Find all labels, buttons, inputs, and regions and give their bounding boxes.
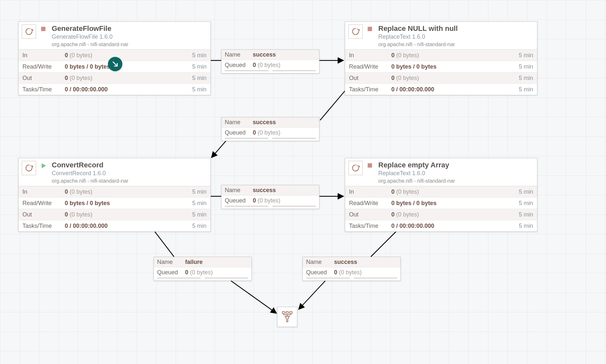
stat-label: In <box>349 52 391 59</box>
stat-label: In <box>349 188 391 195</box>
stat-value: 0 / 00:00:00.000 <box>391 223 519 229</box>
stat-label: Out <box>22 211 65 218</box>
stat-window: 5 min <box>192 211 207 218</box>
stat-window: 5 min <box>192 200 207 207</box>
funnel[interactable] <box>277 307 297 327</box>
connection-c0[interactable]: NamesuccessQueued0 (0 bytes) <box>221 49 319 73</box>
stat-label: Read/Write <box>349 200 391 207</box>
flow-canvas[interactable]: GenerateFlowFileGenerateFlowFile 1.6.0or… <box>0 0 606 364</box>
processor-bundle: org.apache.nifi - nifi-standard-nar <box>378 178 455 184</box>
stat-value: 0 bytes / 0 bytes <box>65 63 192 70</box>
stat-label: Read/Write <box>349 63 391 70</box>
svg-line-6 <box>153 229 174 257</box>
stat-window: 5 min <box>192 52 207 59</box>
processor-name: GenerateFlowFile <box>52 24 128 33</box>
stat-window: 5 min <box>519 75 533 82</box>
conn-name: success <box>334 259 357 266</box>
svg-rect-10 <box>41 27 45 31</box>
stat-value: 0 (0 bytes) <box>65 52 192 59</box>
backpressure-bar <box>303 278 400 280</box>
stat-value: 0 (0 bytes) <box>391 211 519 218</box>
stat-label: Tasks/Time <box>349 223 391 229</box>
processor-name: Replace NULL with null <box>378 24 458 33</box>
stat-value: 0 (0 bytes) <box>391 52 519 59</box>
svg-line-3 <box>211 140 226 158</box>
stat-window: 5 min <box>519 200 533 207</box>
stat-window: 5 min <box>519 211 533 218</box>
stat-label: Out <box>349 75 391 82</box>
processor-name: ConvertRecord <box>52 161 128 169</box>
processor-type: GenerateFlowFile 1.6.0 <box>52 33 128 41</box>
conn-name: success <box>253 51 276 58</box>
processor-type: ConvertRecord 1.6.0 <box>52 170 128 177</box>
stat-label: In <box>22 188 65 195</box>
processor-bundle: org.apache.nifi - nifi-standard-nar <box>52 41 128 47</box>
svg-line-8 <box>371 229 398 257</box>
processor-stats: In0 (0 bytes)5 minRead/Write0 bytes / 0 … <box>19 49 210 95</box>
conn-name-label: Name <box>225 187 253 194</box>
processor-stats: In0 (0 bytes)5 minRead/Write0 bytes / 0 … <box>345 49 537 95</box>
stat-value: 0 (0 bytes) <box>65 75 192 82</box>
processor-type: ReplaceText 1.6.0 <box>378 170 455 177</box>
conn-queued: 0 (0 bytes) <box>334 269 362 276</box>
stat-window: 5 min <box>192 75 207 82</box>
connection-c2[interactable]: NamesuccessQueued0 (0 bytes) <box>221 185 319 209</box>
processor-p3[interactable]: Replace empty ArrayReplaceText 1.6.0org.… <box>345 158 537 232</box>
svg-rect-12 <box>368 163 372 167</box>
conn-queued: 0 (0 bytes) <box>253 129 280 136</box>
conn-name-label: Name <box>157 259 185 266</box>
conn-name-label: Name <box>306 259 334 266</box>
stat-label: Tasks/Time <box>349 86 391 93</box>
processor-p2[interactable]: ConvertRecordConvertRecord 1.6.0org.apac… <box>18 158 211 232</box>
processor-stats: In0 (0 bytes)5 minRead/Write0 bytes / 0 … <box>19 186 210 231</box>
stat-value: 0 bytes / 0 bytes <box>391 63 519 70</box>
processor-p1[interactable]: Replace NULL with nullReplaceText 1.6.0o… <box>345 21 537 95</box>
conn-queued-label: Queued <box>306 269 334 276</box>
processor-stats: In0 (0 bytes)5 minRead/Write0 bytes / 0 … <box>345 186 537 231</box>
conn-queued: 0 (0 bytes) <box>253 62 280 69</box>
stat-value: 0 (0 bytes) <box>65 211 192 218</box>
processor-icon <box>348 24 363 39</box>
stat-label: Read/Write <box>22 200 65 207</box>
stop-icon <box>367 26 374 33</box>
stat-window: 5 min <box>519 86 533 93</box>
processor-bundle: org.apache.nifi - nifi-standard-nar <box>378 41 458 47</box>
stat-label: Tasks/Time <box>22 223 65 229</box>
backpressure-bar <box>222 138 319 141</box>
stat-value: 0 / 00:00:00.000 <box>65 223 192 229</box>
stat-label: Out <box>349 211 391 218</box>
stat-window: 5 min <box>519 63 533 70</box>
conn-name: success <box>253 119 276 126</box>
connection-c4[interactable]: NamesuccessQueued0 (0 bytes) <box>303 257 401 281</box>
stat-value: 0 (0 bytes) <box>65 188 192 195</box>
processor-icon <box>22 161 36 175</box>
stop-icon <box>41 26 48 33</box>
connection-c1[interactable]: NamesuccessQueued0 (0 bytes) <box>221 117 319 141</box>
funnel-icon <box>281 311 293 323</box>
backpressure-bar <box>154 278 251 280</box>
stat-window: 5 min <box>519 52 533 59</box>
conn-queued: 0 (0 bytes) <box>185 269 213 276</box>
conn-queued-label: Queued <box>157 269 185 276</box>
stat-value: 0 bytes / 0 bytes <box>391 200 519 207</box>
conn-queued-label: Queued <box>225 197 253 204</box>
stat-value: 0 / 00:00:00.000 <box>391 86 519 93</box>
svg-line-9 <box>299 281 325 309</box>
svg-rect-14 <box>286 312 289 314</box>
stat-value: 0 bytes / 0 bytes <box>65 200 192 207</box>
stat-window: 5 min <box>192 188 207 195</box>
processor-name: Replace empty Array <box>378 161 455 169</box>
play-icon <box>41 163 48 170</box>
svg-line-7 <box>231 281 276 313</box>
conn-name-label: Name <box>225 119 253 126</box>
connection-drag-handle[interactable] <box>108 57 122 71</box>
arrow-icon <box>112 60 119 68</box>
connection-c3[interactable]: NamefailureQueued0 (0 bytes) <box>154 257 252 281</box>
svg-rect-15 <box>290 312 292 314</box>
svg-rect-11 <box>368 27 372 31</box>
processor-bundle: org.apache.nifi - nifi-standard-nar <box>52 178 128 184</box>
svg-line-2 <box>320 91 345 120</box>
stat-value: 0 (0 bytes) <box>391 75 519 82</box>
conn-name: success <box>253 187 276 194</box>
processor-type: ReplaceText 1.6.0 <box>378 33 458 41</box>
